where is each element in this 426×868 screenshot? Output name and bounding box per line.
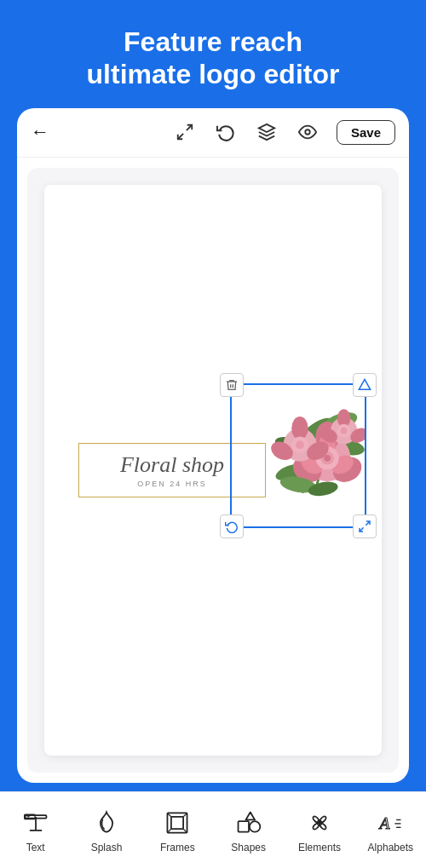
nav-item-frames[interactable]: Frames [152,808,203,854]
nav-item-shapes[interactable]: Shapes [223,808,274,854]
layers-icon[interactable] [255,120,279,144]
rotate-handle[interactable] [220,514,244,538]
back-button[interactable]: ← [31,121,49,143]
nav-label-splash: Splash [91,842,123,854]
nav-label-frames: Frames [160,842,195,854]
canvas-area[interactable]: Floral shop OPEN 24 HRS [27,168,399,773]
frames-icon [162,808,193,838]
toolbar: ← [17,108,409,158]
svg-point-23 [324,455,331,462]
save-button[interactable]: Save [337,120,395,145]
svg-rect-49 [238,821,248,831]
floral-sub-text: OPEN 24 HRS [96,480,248,488]
alphabets-icon: A [375,808,406,838]
elements-icon [304,808,335,838]
canvas-inner: Floral shop OPEN 24 HRS [44,185,382,756]
nav-item-alphabets[interactable]: A Alphabets [365,808,416,854]
flower-illustration [232,385,365,518]
flip-handle[interactable] [353,373,377,397]
svg-rect-44 [171,816,183,828]
svg-marker-2 [259,124,274,132]
svg-marker-51 [245,812,255,819]
shapes-icon [233,808,264,838]
svg-line-1 [178,134,183,139]
preview-icon[interactable] [296,120,320,144]
splash-icon [91,808,122,838]
nav-item-text[interactable]: T Text [10,808,61,854]
delete-handle[interactable] [220,373,244,397]
svg-point-35 [341,428,348,434]
floral-main-text: Floral shop [96,452,248,478]
nav-label-alphabets: Alphabets [368,842,413,854]
refresh-icon[interactable] [214,120,238,144]
svg-text:A: A [378,814,390,832]
nav-label-text: Text [26,842,45,854]
svg-point-3 [305,130,310,135]
fullscreen-icon[interactable] [173,120,197,144]
nav-label-shapes: Shapes [231,842,266,854]
flower-selection-box[interactable] [230,383,366,528]
svg-point-25 [291,417,308,440]
resize-handle[interactable] [353,514,377,538]
svg-marker-4 [359,379,370,389]
nav-item-splash[interactable]: Splash [81,808,132,854]
text-icon: T [20,808,51,838]
svg-point-29 [296,440,304,449]
page-title: Feature reach ultimate logo editor [53,0,374,108]
editor-card: ← [17,108,409,783]
bottom-nav: T Text Splash Frames [0,791,426,868]
svg-point-50 [250,821,260,831]
svg-line-0 [187,125,192,130]
svg-text:T: T [26,813,30,819]
nav-item-elements[interactable]: Elements [294,808,345,854]
nav-label-elements: Elements [298,842,341,854]
